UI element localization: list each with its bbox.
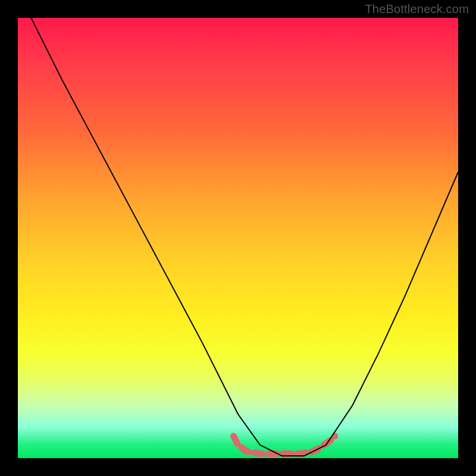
bottleneck-curve: [18, 18, 458, 456]
bottom-marker: [234, 436, 335, 454]
chart-svg: [18, 18, 458, 458]
watermark-text: TheBottleneck.com: [365, 2, 469, 16]
plot-area: [18, 18, 458, 458]
